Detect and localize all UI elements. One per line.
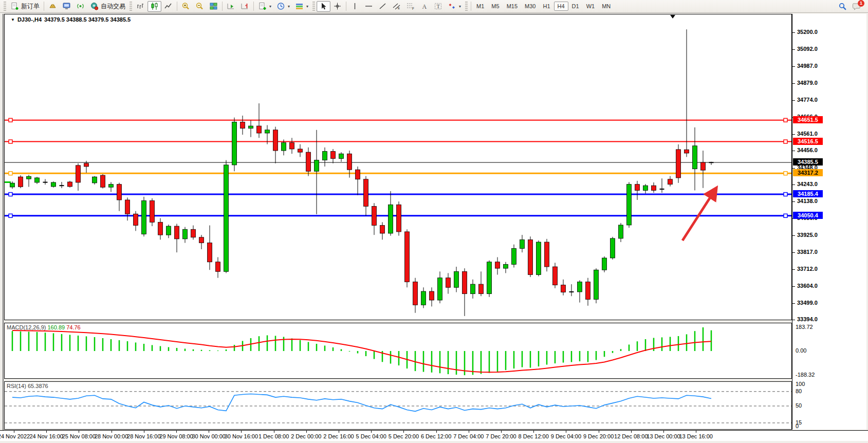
- toolbar-buttons: 新订单自动交易▾▾▾EFAT▾M1M5M15M30H1H4D1W1MN: [2, 0, 838, 13]
- price-tick-label: 34561.0: [797, 131, 818, 137]
- line-chart-icon: [164, 2, 173, 10]
- macd-pane[interactable]: MACD(12,26,9) 160.89 74.76: [4, 323, 792, 379]
- price-tick-label: 33817.0: [797, 249, 818, 255]
- equidistant-channel-button[interactable]: E: [390, 1, 403, 12]
- caret-down-icon: ▾: [306, 4, 308, 9]
- price-tick-label: 34774.0: [797, 97, 818, 103]
- price-tick-label: 33712.0: [797, 266, 818, 272]
- zoom-in-button[interactable]: [179, 1, 193, 12]
- price-level-tag: 34651.5: [793, 116, 823, 123]
- candle-chart-button[interactable]: [147, 1, 161, 12]
- price-axis[interactable]: 35200.035092.034987.034879.034774.034666…: [792, 14, 866, 430]
- rsi-axis-label: 50: [796, 402, 802, 409]
- autotrading-button[interactable]: 自动交易: [87, 1, 128, 12]
- rsi-value: 65.3876: [28, 383, 48, 389]
- zoom-in-icon: [181, 2, 190, 10]
- search-icon[interactable]: [838, 2, 847, 10]
- autotrading-label: 自动交易: [101, 2, 125, 11]
- tile-windows-button[interactable]: [207, 1, 220, 12]
- terminal-button[interactable]: [60, 1, 73, 12]
- one-click-trading-caret[interactable]: ▼: [11, 17, 15, 22]
- cursor-button[interactable]: [317, 1, 330, 12]
- time-tick-label: 28 Nov 00:00: [95, 433, 128, 439]
- trendline-button[interactable]: [376, 1, 390, 12]
- toolbar-separator: [253, 2, 254, 11]
- periods-icon: [276, 2, 285, 10]
- text-label-button[interactable]: T: [431, 1, 445, 12]
- candle-chart-icon: [150, 2, 159, 10]
- notification-badge: 1: [858, 0, 864, 7]
- horizontal-line-button[interactable]: [362, 1, 376, 12]
- cursor-icon: [319, 2, 328, 10]
- timeframe-H4-button[interactable]: H4: [554, 2, 568, 11]
- crosshair-button[interactable]: [330, 1, 344, 12]
- macd-signal-value: 74.76: [66, 324, 81, 330]
- timeframe-D1-button[interactable]: D1: [568, 2, 583, 11]
- svg-text:T: T: [437, 4, 440, 9]
- macd-axis-label: -188.32: [796, 372, 815, 378]
- templates-icon: [295, 2, 304, 10]
- price-level-tag: 34516.5: [793, 138, 823, 145]
- price-tick-label: 33925.0: [797, 232, 818, 238]
- time-axis[interactable]: 24 Nov 202224 Nov 16:0025 Nov 08:0028 No…: [0, 430, 868, 441]
- fibonacci-button[interactable]: F: [403, 1, 417, 12]
- time-tick-label: 5 Dec 04:00: [356, 433, 386, 439]
- auto-scroll-button[interactable]: [224, 1, 238, 12]
- vertical-line-icon: [350, 2, 359, 10]
- toolbar-separator: [346, 2, 346, 11]
- price-level-tag: 34385.5: [793, 158, 823, 165]
- time-tick-label: 13 Dec 16:00: [679, 433, 712, 439]
- time-tick-label: 1 Dec 08:00: [258, 433, 289, 439]
- new-order-button[interactable]: 新订单: [8, 1, 42, 12]
- macd-axis-label: 183.72: [796, 324, 813, 330]
- main-chart-pane[interactable]: ▼ DJ30-,H4 34379.5 34388.5 34379.5 34385…: [4, 14, 792, 320]
- toolbar-separator: [177, 2, 177, 11]
- toolbar-grip[interactable]: [4, 2, 6, 11]
- toolbar-grip[interactable]: [465, 2, 468, 11]
- chart-shift-marker[interactable]: [670, 15, 675, 19]
- time-tick-label: 13 Dec 00:00: [647, 433, 680, 439]
- templates-button[interactable]: ▾: [292, 1, 311, 12]
- market-watch-button[interactable]: [46, 1, 60, 12]
- zoom-out-button[interactable]: [193, 1, 207, 12]
- timeframe-MN-button[interactable]: MN: [598, 2, 614, 11]
- time-tick-label: 6 Dec 12:00: [421, 433, 451, 439]
- signals-button[interactable]: [73, 1, 87, 12]
- new-chart-icon: [258, 2, 267, 10]
- timeframe-H1-button[interactable]: H1: [539, 2, 553, 11]
- timeframe-M5-button[interactable]: M5: [488, 2, 503, 11]
- toolbar-grip[interactable]: [312, 2, 315, 11]
- time-tick-label: 28 Nov 16:00: [127, 433, 160, 439]
- fibonacci-icon: F: [406, 2, 415, 10]
- time-tick-label: 30 Nov 16:00: [225, 433, 258, 439]
- arrows-icon: [448, 2, 456, 10]
- toolbar-grip[interactable]: [130, 2, 132, 11]
- line-chart-button[interactable]: [161, 1, 175, 12]
- symbol-ohlc-line: ▼ DJ30-,H4 34379.5 34388.5 34379.5 34385…: [11, 16, 131, 23]
- time-tick-label: 8 Dec 12:00: [519, 433, 549, 439]
- periods-button[interactable]: ▾: [274, 1, 292, 12]
- bar-chart-button[interactable]: [134, 1, 147, 12]
- chart-shift-button[interactable]: [238, 1, 252, 12]
- equidistant-channel-icon: E: [392, 2, 401, 10]
- time-tick-label: 5 Dec 20:00: [389, 433, 419, 439]
- timeframe-M30-button[interactable]: M30: [521, 2, 539, 11]
- time-tick-label: 9 Dec 04:00: [551, 433, 581, 439]
- timeframe-M1-button[interactable]: M1: [473, 2, 488, 11]
- timeframe-M15-button[interactable]: M15: [503, 2, 521, 11]
- rsi-axis-label: 80: [796, 388, 802, 394]
- new-chart-button[interactable]: ▾: [255, 1, 274, 12]
- svg-text:F: F: [412, 7, 414, 10]
- timeframe-W1-button[interactable]: W1: [583, 2, 599, 11]
- time-tick-label: 24 Nov 16:00: [29, 433, 63, 439]
- svg-text:A: A: [422, 3, 427, 10]
- time-tick-label: 2 Dec 16:00: [323, 433, 354, 439]
- vertical-line-button[interactable]: [348, 1, 362, 12]
- mt4-window: 新订单自动交易▾▾▾EFAT▾M1M5M15M30H1H4D1W1MN 1 ▼ …: [0, 0, 868, 443]
- price-tick-label: 34987.0: [797, 63, 818, 69]
- text-button[interactable]: A: [417, 1, 431, 12]
- arrows-button[interactable]: ▾: [445, 1, 464, 12]
- window-edge: [3, 14, 4, 440]
- rsi-pane[interactable]: RSI(14) 65.3876: [4, 381, 792, 430]
- notifications-icon[interactable]: 1: [852, 2, 861, 10]
